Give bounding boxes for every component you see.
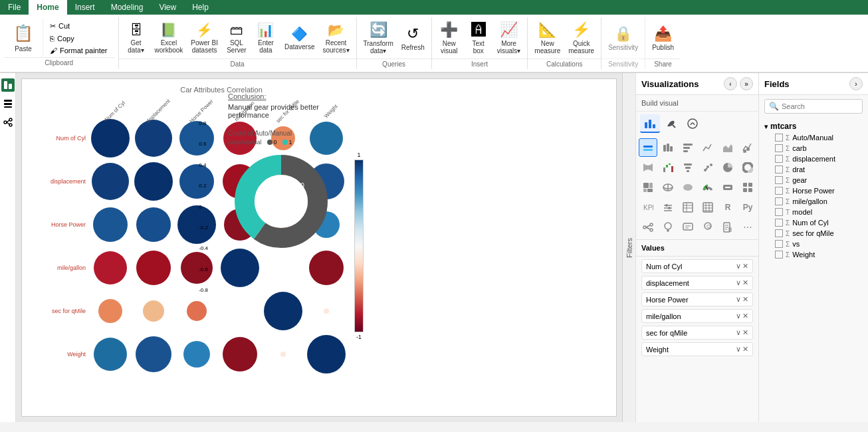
field-checkbox-drat[interactable]: [775, 165, 783, 173]
field-carb[interactable]: Σ carb: [764, 143, 863, 154]
viz-treemap[interactable]: [639, 178, 657, 197]
viz-waterfall[interactable]: [659, 158, 677, 177]
value-close-3[interactable]: ✕: [742, 312, 748, 320]
viz-filled-map[interactable]: [679, 178, 697, 197]
paste-button[interactable]: 📋: [9, 21, 37, 45]
viz-funnel[interactable]: [679, 158, 697, 177]
viz-decomp-tree[interactable]: [639, 218, 657, 237]
field-checkbox-carb[interactable]: [775, 144, 783, 152]
viz-matrix[interactable]: [699, 198, 717, 217]
viz-gauge[interactable]: [699, 178, 717, 197]
viz-multi-card[interactable]: [738, 178, 757, 197]
viz-scatter[interactable]: [699, 158, 717, 177]
enter-data-button[interactable]: 📊 Enterdata: [251, 19, 280, 56]
viz-ribbon[interactable]: [639, 158, 657, 177]
tab-view[interactable]: View: [151, 0, 184, 15]
value-chevron-3[interactable]: ∨: [736, 312, 741, 320]
new-measure-button[interactable]: 📐 Newmeasure: [530, 19, 564, 57]
field-group-mtcars[interactable]: ▾ mtcars: [764, 120, 863, 132]
field-gear[interactable]: Σ gear: [764, 175, 863, 185]
viz-expand-btn[interactable]: »: [740, 77, 753, 90]
field-drat[interactable]: Σ drat: [764, 164, 863, 175]
value-close-4[interactable]: ✕: [742, 328, 748, 337]
value-chevron-2[interactable]: ∨: [736, 295, 741, 304]
viz-donut[interactable]: [738, 158, 757, 177]
sql-server-button[interactable]: 🗃 SQLServer: [222, 20, 251, 56]
field-checkbox-sec-qmile[interactable]: [775, 229, 783, 237]
field-num-of-cyl[interactable]: Σ Num of Cyl: [764, 217, 863, 228]
report-canvas[interactable]: Car Attributes Correlation Num of Cyl di…: [21, 78, 617, 417]
tab-file[interactable]: File: [0, 0, 29, 15]
viz-slicer[interactable]: [659, 198, 677, 217]
viz-stacked-col[interactable]: [679, 138, 697, 157]
field-checkbox-displacement[interactable]: [775, 155, 783, 163]
viz-pie[interactable]: [718, 158, 737, 177]
viz-python[interactable]: Py: [738, 198, 757, 217]
field-auto-manual[interactable]: Σ Auto/Manual: [764, 132, 863, 143]
field-checkbox-mile-gallon[interactable]: [775, 197, 783, 205]
value-close-2[interactable]: ✕: [742, 295, 748, 304]
format-painter-button[interactable]: 🖌 Format painter: [47, 45, 110, 56]
value-chevron-1[interactable]: ∨: [736, 278, 741, 287]
viz-line-chart[interactable]: [699, 138, 717, 157]
field-displacement[interactable]: Σ displacement: [764, 154, 863, 164]
field-mile-gallon[interactable]: Σ mile/gallon: [764, 196, 863, 207]
viz-clustered-bar[interactable]: [659, 138, 677, 157]
viz-qa[interactable]: Q: [699, 218, 717, 237]
new-visual-button[interactable]: ➕ Newvisual: [435, 19, 464, 57]
field-checkbox-horse-power[interactable]: [775, 187, 783, 195]
viz-r-script[interactable]: R: [718, 198, 737, 217]
tab-help[interactable]: Help: [184, 0, 217, 15]
value-horse-power[interactable]: Horse Power ∨ ✕: [641, 292, 753, 306]
tab-modeling[interactable]: Modeling: [103, 0, 152, 15]
viz-map[interactable]: [659, 178, 677, 197]
viz-more[interactable]: ···: [738, 218, 757, 237]
search-input[interactable]: [782, 102, 868, 110]
viz-stacked-bar[interactable]: [639, 138, 657, 157]
build-tab-chart[interactable]: [640, 114, 660, 133]
value-num-of-cyl[interactable]: Num of Cyl ∨ ✕: [641, 259, 753, 273]
value-sec-qmile[interactable]: sec for qMile ∨ ✕: [641, 326, 753, 340]
nav-model[interactable]: [1, 116, 15, 129]
field-sec-qmile[interactable]: Σ sec for qMile: [764, 228, 863, 239]
viz-table[interactable]: [679, 198, 697, 217]
viz-kpi[interactable]: KPI: [639, 198, 657, 217]
transform-data-button[interactable]: 🔄 Transformdata▾: [360, 19, 397, 57]
dataverse-button[interactable]: 🔷 Dataverse: [280, 23, 319, 53]
viz-area-chart[interactable]: [718, 138, 737, 157]
value-mile-gallon[interactable]: mile/gallon ∨ ✕: [641, 309, 753, 323]
viz-line-clustered[interactable]: [738, 138, 757, 157]
field-horse-power[interactable]: Σ Horse Power: [764, 185, 863, 196]
fields-expand-btn[interactable]: ›: [849, 77, 863, 90]
viz-smart-narrative[interactable]: [679, 218, 697, 237]
build-tab-format[interactable]: [661, 114, 681, 133]
nav-data[interactable]: [1, 97, 15, 110]
value-close-1[interactable]: ✕: [742, 278, 748, 287]
viz-collapse-btn[interactable]: ‹: [724, 77, 737, 90]
field-vs[interactable]: Σ vs: [764, 239, 863, 249]
field-weight[interactable]: Σ Weight: [764, 249, 863, 260]
viz-paginated[interactable]: [718, 218, 737, 237]
build-tab-analytics[interactable]: [683, 114, 703, 133]
field-checkbox-num-of-cyl[interactable]: [775, 219, 783, 227]
copy-button[interactable]: ⎘ Copy: [47, 33, 110, 44]
field-checkbox-vs[interactable]: [775, 240, 783, 248]
quick-measure-button[interactable]: ⚡ Quickmeasure: [564, 19, 598, 57]
value-chevron-4[interactable]: ∨: [736, 328, 741, 337]
more-visuals-button[interactable]: 📈 Morevisuals▾: [493, 19, 525, 57]
power-bi-datasets-button[interactable]: ⚡ Power BIdatasets: [187, 19, 222, 56]
viz-card[interactable]: [718, 178, 737, 197]
text-box-button[interactable]: 🅰 Textbox: [464, 19, 493, 57]
value-displacement[interactable]: displacement ∨ ✕: [641, 276, 753, 290]
viz-key-influencers[interactable]: [659, 218, 677, 237]
value-weight[interactable]: Weight ∨ ✕: [641, 342, 753, 356]
tab-insert[interactable]: Insert: [67, 0, 103, 15]
field-checkbox-weight[interactable]: [775, 251, 783, 259]
nav-report[interactable]: [1, 78, 15, 92]
value-chevron-5[interactable]: ∨: [736, 345, 741, 354]
tab-home[interactable]: Home: [29, 0, 66, 15]
excel-workbook-button[interactable]: 📗 Excelworkbook: [151, 19, 187, 56]
value-close-0[interactable]: ✕: [742, 262, 748, 270]
field-checkbox-model[interactable]: [775, 208, 783, 216]
field-model[interactable]: T model: [764, 207, 863, 217]
